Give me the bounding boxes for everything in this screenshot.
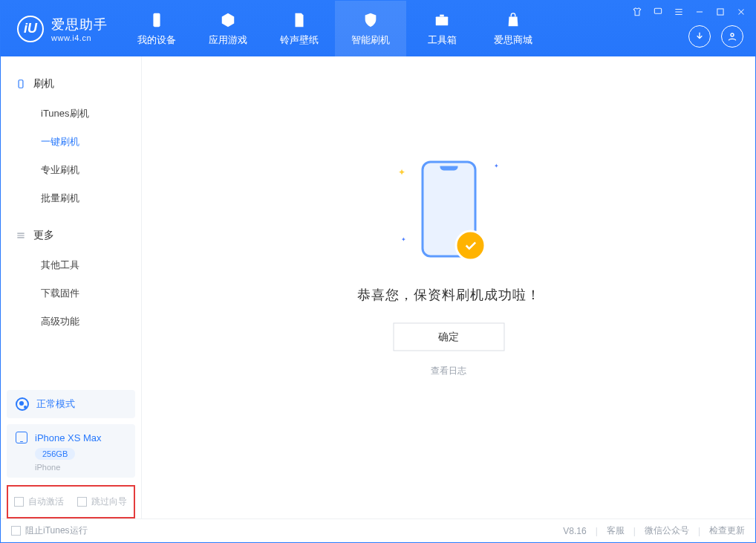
checkbox-icon[interactable] (11, 526, 21, 536)
option-auto-activate[interactable]: 自动激活 (14, 495, 64, 508)
checkbox-icon[interactable] (77, 497, 87, 507)
sidebar-item-batch-flash[interactable]: 批量刷机 (1, 184, 141, 212)
result-panel: ✦ ✦ ✦ 恭喜您，保资料刷机成功啦！ 确定 查看日志 (357, 161, 541, 377)
svg-rect-4 (717, 9, 723, 15)
device-name: iPhone XS Max (35, 432, 102, 443)
sidebar-bottom: 正常模式 iPhone XS Max 256GB iPhone (1, 384, 141, 478)
tab-flash[interactable]: 智能刷机 (335, 1, 406, 56)
footer-block-itunes[interactable]: 阻止iTunes运行 (11, 524, 88, 537)
group-label: 刷机 (33, 77, 54, 91)
device-small-icon (16, 79, 26, 89)
separator: | (698, 526, 700, 536)
svg-point-5 (731, 33, 734, 36)
device-storage-badge: 256GB (35, 448, 75, 460)
checkmark-badge-icon (454, 230, 486, 261)
list-icon (16, 230, 26, 241)
tab-my-device[interactable]: 我的设备 (121, 1, 192, 56)
music-file-icon (290, 11, 308, 29)
header-right-actions (688, 25, 743, 48)
account-button[interactable] (721, 25, 743, 48)
app-name: 爱思助手 (51, 16, 108, 33)
body: 刷机 iTunes刷机 一键刷机 专业刷机 批量刷机 更多 其他工具 下载固件 … (1, 56, 755, 518)
minimize-icon[interactable] (693, 5, 706, 19)
sidebar-group-flash: 刷机 (1, 71, 141, 100)
wechat-link[interactable]: 微信公众号 (645, 524, 689, 537)
maximize-icon[interactable] (714, 5, 727, 19)
sidebar-item-advanced[interactable]: 高级功能 (1, 308, 141, 336)
download-button[interactable] (688, 25, 711, 48)
tab-label: 应用游戏 (209, 33, 247, 47)
separator: | (633, 526, 636, 536)
logo-text: 爱思助手 www.i4.cn (51, 16, 108, 42)
ok-button[interactable]: 确定 (393, 323, 504, 351)
result-message: 恭喜您，保资料刷机成功啦！ (357, 286, 541, 304)
sparkle-icon: ✦ (398, 167, 405, 178)
titlebar-controls (630, 5, 748, 19)
logo-icon: iU (17, 16, 44, 42)
success-illustration: ✦ ✦ ✦ (411, 161, 486, 265)
sidebar-item-itunes-flash[interactable]: iTunes刷机 (1, 100, 141, 128)
checkbox-icon[interactable] (14, 497, 24, 507)
main-content: ✦ ✦ ✦ 恭喜您，保资料刷机成功啦！ 确定 查看日志 (142, 56, 755, 518)
phone-graphic (421, 161, 476, 258)
option-label: 自动激活 (28, 495, 64, 508)
support-link[interactable]: 客服 (607, 524, 625, 537)
tab-apps[interactable]: 应用游戏 (192, 1, 264, 56)
nav-tabs: 我的设备 应用游戏 铃声壁纸 智能刷机 工具箱 爱思商城 (121, 1, 549, 56)
device-card[interactable]: iPhone XS Max 256GB iPhone (7, 424, 135, 478)
header: iU 爱思助手 www.i4.cn 我的设备 应用游戏 铃声壁纸 智能刷机 工具… (1, 1, 755, 56)
footer-block-itunes-label: 阻止iTunes运行 (25, 524, 88, 537)
tab-store[interactable]: 爱思商城 (478, 1, 549, 56)
menu-icon[interactable] (672, 5, 685, 19)
sidebar-item-other-tools[interactable]: 其他工具 (1, 251, 141, 279)
sidebar-item-oneclick-flash[interactable]: 一键刷机 (1, 128, 141, 156)
app-subtitle: www.i4.cn (51, 33, 108, 42)
tshirt-icon[interactable] (630, 5, 644, 19)
option-skip-guide[interactable]: 跳过向导 (77, 495, 127, 508)
option-label: 跳过向导 (91, 495, 127, 508)
sidebar-list: 刷机 iTunes刷机 一键刷机 专业刷机 批量刷机 更多 其他工具 下载固件 … (1, 56, 141, 384)
sidebar-group-more: 更多 (1, 223, 141, 251)
cube-icon (219, 11, 237, 29)
svg-rect-6 (19, 80, 23, 88)
svg-rect-1 (436, 16, 449, 25)
phone-icon (148, 11, 166, 29)
sparkle-icon: ✦ (401, 236, 406, 243)
tab-label: 爱思商城 (494, 33, 532, 47)
phone-small-icon (16, 432, 27, 443)
mode-icon (16, 397, 29, 411)
mode-card[interactable]: 正常模式 (7, 390, 135, 418)
footer: 阻止iTunes运行 V8.16 | 客服 | 微信公众号 | 检查更新 (1, 518, 755, 542)
tab-toolbox[interactable]: 工具箱 (406, 1, 478, 56)
feedback-icon[interactable] (651, 5, 665, 19)
tab-label: 智能刷机 (351, 33, 390, 47)
tab-label: 工具箱 (428, 33, 457, 47)
group-label: 更多 (33, 229, 54, 242)
view-log-link[interactable]: 查看日志 (357, 365, 541, 377)
sparkle-icon: ✦ (494, 163, 499, 169)
tab-ringtones[interactable]: 铃声壁纸 (264, 1, 335, 56)
svg-rect-3 (654, 8, 661, 13)
mode-label: 正常模式 (36, 397, 75, 411)
sidebar: 刷机 iTunes刷机 一键刷机 专业刷机 批量刷机 更多 其他工具 下载固件 … (1, 56, 142, 518)
sidebar-item-pro-flash[interactable]: 专业刷机 (1, 156, 141, 184)
briefcase-icon (433, 11, 451, 29)
options-highlight-box: 自动激活 跳过向导 (7, 485, 135, 518)
close-icon[interactable] (734, 5, 748, 19)
check-update-link[interactable]: 检查更新 (709, 524, 745, 537)
footer-right: V8.16 | 客服 | 微信公众号 | 检查更新 (563, 524, 745, 537)
svg-rect-0 (153, 13, 160, 26)
device-type: iPhone (35, 463, 126, 472)
separator: | (596, 526, 598, 536)
bag-icon (504, 11, 522, 29)
tab-label: 铃声壁纸 (280, 33, 319, 47)
logo: iU 爱思助手 www.i4.cn (1, 16, 121, 42)
tab-label: 我的设备 (137, 33, 176, 47)
svg-rect-2 (440, 14, 444, 16)
shield-icon (362, 11, 379, 29)
version-label: V8.16 (563, 526, 586, 536)
sidebar-item-download-fw[interactable]: 下载固件 (1, 279, 141, 308)
